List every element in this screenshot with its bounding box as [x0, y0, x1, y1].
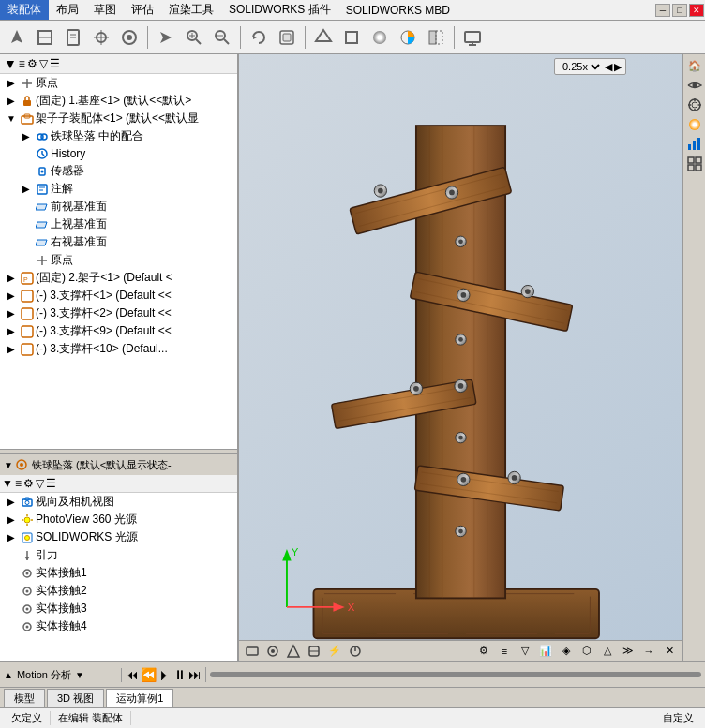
panel-collapse-icon[interactable]: ▲	[4, 670, 13, 680]
menu-item-sw-plugin[interactable]: SOLIDWORKS 插件	[221, 0, 338, 20]
menu-item-sketch[interactable]: 草图	[86, 0, 124, 20]
toolbar-btn-shade[interactable]	[367, 24, 393, 51]
tree-item-sub-assembly[interactable]: ▼ 架子子装配体<1> (默认<<默认显	[0, 110, 237, 127]
vp-btn-tools-7[interactable]: △	[598, 643, 617, 660]
tree-item-sensor[interactable]: 传感器	[0, 162, 237, 180]
toolbar-btn-4[interactable]	[88, 24, 114, 51]
lower-btn-3[interactable]: ▽	[36, 477, 44, 490]
toolbar-btn-3[interactable]	[60, 24, 86, 51]
lower-btn-4[interactable]: ☰	[46, 477, 56, 490]
toolbar-btn-1[interactable]	[4, 24, 30, 51]
menu-item-sw-mbd[interactable]: SOLIDWORKS MBD	[338, 2, 458, 19]
minimize-button[interactable]: ─	[655, 4, 670, 17]
toolbar-btn-color[interactable]	[395, 24, 421, 51]
menu-item-assembly[interactable]: 装配体	[0, 0, 49, 20]
toolbar-btn-display[interactable]	[459, 24, 486, 51]
tree-item-frame[interactable]: ▶ P (固定) 2.架子<1> (Default <	[0, 269, 237, 287]
toolbar-btn-section[interactable]	[423, 24, 449, 51]
tree-item-mates[interactable]: ▶ 铁球坠落 中的配合	[0, 127, 237, 145]
tree-item-support-2[interactable]: ▶ (-) 3.支撑杆<2> (Default <<	[0, 305, 237, 322]
toolbar-btn-zoom[interactable]	[181, 24, 207, 51]
filter-btn-1[interactable]: ≡	[19, 57, 25, 70]
tree-item-annotations[interactable]: ▶ 注解	[0, 180, 237, 198]
zoom-select[interactable]: 0.25x 0.5x 1x 2x	[559, 60, 603, 73]
menu-item-render[interactable]: 渲染工具	[161, 0, 221, 20]
menu-item-layout[interactable]: 布局	[49, 0, 86, 20]
tree-item-top-plane[interactable]: 上视基准面	[0, 215, 237, 233]
toolbar-btn-view[interactable]	[274, 24, 300, 51]
right-btn-grid[interactable]	[685, 155, 704, 173]
tree-item-contact-4[interactable]: 实体接触4	[0, 617, 237, 635]
vp-btn-tools-4[interactable]: 📊	[536, 643, 555, 660]
close-button[interactable]: ✕	[689, 4, 704, 17]
expand-icon[interactable]: ▶	[4, 308, 19, 319]
vp-btn-tools-1[interactable]: ⚙	[474, 643, 493, 660]
vp-btn-tools-2[interactable]: ≡	[495, 643, 514, 660]
vp-btn-tools-5[interactable]: ◈	[557, 643, 576, 660]
motion-timeline[interactable]	[210, 672, 701, 677]
vp-btn-2[interactable]	[263, 643, 282, 660]
lower-feature-tree[interactable]: ▶ 视向及相机视图 ▶ PhotoView 360 光源	[0, 493, 237, 661]
tree-item-base[interactable]: ▶ (固定) 1.基座<1> (默认<<默认>	[0, 92, 237, 110]
motion-control-back[interactable]: ⏪	[141, 667, 157, 682]
zoom-arrow-left[interactable]: ◀	[605, 61, 612, 73]
menu-item-evaluate[interactable]: 评估	[124, 0, 161, 20]
tree-item-contact-1[interactable]: 实体接触1	[0, 564, 237, 582]
toolbar-btn-3d-1[interactable]	[310, 24, 337, 51]
vp-btn-3[interactable]	[284, 643, 303, 660]
expand-icon[interactable]: ▶	[4, 514, 19, 525]
vp-btn-5[interactable]: ⚡	[325, 643, 344, 660]
vp-btn-tools-3[interactable]: ▽	[516, 643, 534, 660]
feature-tree[interactable]: ▶ 原点 ▶ (固定) 1.基座<1> (默认<<默认>	[0, 74, 237, 449]
tree-item-sw-lights[interactable]: ▶ SOLIDWORKS 光源	[0, 528, 237, 546]
tree-item-support-10[interactable]: ▶ (-) 3.支撑杆<10> (Defaul...	[0, 340, 237, 358]
tree-item-right-plane[interactable]: 右视基准面	[0, 233, 237, 251]
tree-item-support-1[interactable]: ▶ (-) 3.支撑杆<1> (Default <<	[0, 287, 237, 305]
tree-item-history[interactable]: History	[0, 145, 237, 162]
tab-model[interactable]: 模型	[4, 689, 45, 707]
expand-icon[interactable]: ▶	[4, 78, 19, 88]
expand-icon[interactable]: ▶	[4, 497, 19, 507]
filter-btn-2[interactable]: ⚙	[27, 57, 38, 70]
expand-icon[interactable]: ▶	[4, 326, 19, 336]
vp-btn-6[interactable]	[346, 643, 365, 660]
lower-filter-icon[interactable]: ▼	[2, 477, 13, 490]
vp-btn-tools-9[interactable]: →	[639, 643, 658, 660]
toolbar-btn-zoom-fit[interactable]	[209, 24, 235, 51]
motion-control-prev[interactable]: ⏮	[126, 667, 139, 682]
vp-btn-1[interactable]	[243, 643, 262, 660]
expand-icon[interactable]: ▶	[4, 96, 19, 106]
motion-control-next[interactable]: ⏭	[188, 667, 202, 682]
filter-btn-4[interactable]: ☰	[50, 57, 60, 70]
right-btn-chart[interactable]	[685, 135, 704, 154]
motion-control-pause[interactable]: ⏸	[173, 667, 187, 682]
right-btn-home[interactable]: 🏠	[685, 56, 704, 75]
expand-icon[interactable]: ▶	[19, 131, 34, 141]
tree-item-front-plane[interactable]: 前视基准面	[0, 198, 237, 215]
zoom-arrow-right[interactable]: ▶	[614, 61, 622, 73]
lower-btn-1[interactable]: ≡	[15, 477, 22, 490]
expand-icon[interactable]: ▶	[4, 532, 19, 542]
tab-motion-study[interactable]: 运动算例1	[106, 689, 173, 707]
expand-icon[interactable]: ▶	[4, 273, 19, 283]
toolbar-btn-3d-2[interactable]	[338, 24, 365, 51]
filter-btn-3[interactable]: ▽	[39, 57, 48, 70]
expand-icon[interactable]: ▶	[4, 344, 19, 354]
vp-btn-tools-10[interactable]: ✕	[660, 643, 679, 660]
tree-item-camera[interactable]: ▶ 视向及相机视图	[0, 493, 237, 511]
right-btn-target[interactable]	[685, 96, 704, 114]
motion-control-play[interactable]: ⏵	[158, 667, 172, 682]
tree-item-support-9[interactable]: ▶ (-) 3.支撑杆<9> (Default <<	[0, 322, 237, 340]
tab-3d-view[interactable]: 3D 视图	[47, 689, 104, 707]
tree-item-contact-2[interactable]: 实体接触2	[0, 582, 237, 600]
tree-item-photoview[interactable]: ▶ PhotoView 360 光源	[0, 511, 237, 528]
toolbar-btn-2[interactable]	[32, 24, 58, 51]
right-btn-eye[interactable]	[685, 76, 704, 95]
expand-icon[interactable]: ▶	[19, 184, 34, 194]
toolbar-btn-rotate[interactable]	[246, 24, 272, 51]
filter-icon[interactable]: ▼	[4, 56, 17, 71]
expand-lower[interactable]: ▼	[4, 460, 13, 470]
expand-icon[interactable]: ▼	[4, 113, 19, 124]
toolbar-btn-5[interactable]	[116, 24, 142, 51]
zoom-indicator[interactable]: 0.25x 0.5x 1x 2x ◀ ▶	[554, 58, 626, 75]
